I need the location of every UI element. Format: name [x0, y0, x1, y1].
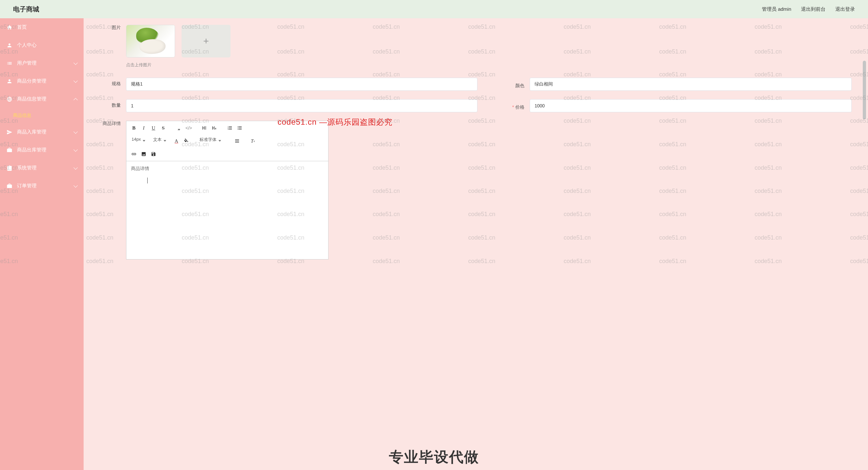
clipboard-icon — [6, 165, 12, 171]
ordered-list-button[interactable] — [226, 124, 234, 132]
fontsize-select[interactable]: 14px — [130, 137, 147, 145]
sidebar: 首页 个人中心 用户管理 商品分类管理 商品信息管理 商品信息 商品入库管理 商… — [0, 18, 84, 470]
header-right: 管理员 admin 退出到前台 退出登录 — [762, 6, 855, 12]
submenu-product: 商品信息 — [0, 108, 84, 123]
image-label: 图片 — [100, 25, 126, 31]
price-label: 价格 — [510, 101, 530, 110]
menu-system-mgmt[interactable]: 系统管理 — [0, 159, 84, 177]
product-image-thumb[interactable] — [126, 25, 175, 58]
quote-button[interactable]: „ — [175, 124, 183, 132]
header: 电子商城 管理员 admin 退出到前台 退出登录 — [0, 0, 868, 18]
menu-order-mgmt[interactable]: 订单管理 — [0, 177, 84, 195]
menu-category-mgmt[interactable]: 商品分类管理 — [0, 72, 84, 90]
menu-user-mgmt[interactable]: 用户管理 — [0, 54, 84, 72]
app-title: 电子商城 — [13, 5, 39, 14]
editor-textarea[interactable]: 商品详情 — [126, 161, 328, 259]
italic-button[interactable]: I — [140, 124, 148, 132]
header1-button[interactable] — [200, 124, 209, 132]
editor-placeholder: 商品详情 — [131, 166, 149, 171]
logout-to-front[interactable]: 退出到前台 — [801, 6, 826, 12]
send-icon — [6, 129, 12, 135]
upload-hint: 点击上传图片 — [100, 62, 852, 68]
spec-label: 规格 — [100, 78, 126, 87]
list-icon — [6, 60, 12, 66]
strike-button[interactable]: S — [159, 124, 167, 132]
main-content: 图片 + 点击上传图片 规格 颜色 — [84, 18, 868, 470]
detail-label: 商品详情 — [100, 121, 126, 127]
logout[interactable]: 退出登录 — [835, 6, 855, 12]
menu-label: 商品入库管理 — [17, 129, 46, 135]
font-color-button[interactable]: A — [172, 137, 181, 145]
menu-label: 系统管理 — [17, 165, 37, 171]
color-input[interactable] — [530, 78, 852, 91]
qty-label: 数量 — [100, 99, 126, 108]
bg-color-button[interactable] — [182, 137, 190, 145]
code-button[interactable]: </> — [185, 124, 193, 132]
user-label[interactable]: 管理员 admin — [762, 6, 791, 12]
qty-input[interactable] — [126, 99, 477, 112]
user-icon — [6, 78, 12, 84]
color-label: 颜色 — [510, 80, 530, 89]
align-button[interactable] — [233, 137, 241, 145]
unordered-list-button[interactable] — [236, 124, 244, 132]
spec-input[interactable] — [126, 78, 477, 91]
menu-home[interactable]: 首页 — [0, 18, 84, 36]
menu-product-mgmt[interactable]: 商品信息管理 — [0, 90, 84, 108]
price-input[interactable] — [530, 99, 852, 112]
underline-button[interactable]: U — [149, 124, 158, 132]
fontfamily-select[interactable]: 标准字体 — [197, 137, 222, 145]
submenu-product-info[interactable]: 商品信息 — [0, 108, 84, 123]
menu-label: 商品信息管理 — [17, 96, 46, 102]
scrollbar-thumb[interactable] — [863, 61, 866, 120]
image-button[interactable] — [140, 150, 148, 158]
header2-button[interactable] — [210, 124, 218, 132]
clear-format-button[interactable]: Tx — [249, 137, 257, 145]
briefcase-icon — [6, 183, 12, 189]
editor-toolbar: B I U S „ </> 14px — [126, 121, 328, 161]
menu-label: 首页 — [17, 24, 27, 30]
menu-label: 订单管理 — [17, 183, 37, 189]
menu-label: 用户管理 — [17, 60, 37, 66]
menu-label: 商品分类管理 — [17, 78, 46, 84]
user-icon — [6, 42, 12, 48]
menu-stock-out[interactable]: 商品出库管理 — [0, 141, 84, 159]
menu-label: 商品出库管理 — [17, 147, 46, 153]
home-icon — [6, 25, 12, 30]
menu-label: 个人中心 — [17, 42, 37, 48]
add-image-button[interactable]: + — [182, 25, 230, 58]
save-button[interactable] — [149, 150, 158, 158]
text-cursor — [147, 177, 148, 183]
menu-stock-in[interactable]: 商品入库管理 — [0, 123, 84, 141]
bold-button[interactable]: B — [130, 124, 138, 132]
box-icon — [6, 147, 12, 153]
format-select[interactable]: 文本 — [151, 137, 167, 145]
globe-icon — [6, 96, 12, 102]
plus-icon: + — [203, 36, 209, 47]
menu-personal[interactable]: 个人中心 — [0, 36, 84, 54]
rich-text-editor: B I U S „ </> 14px — [126, 121, 329, 260]
link-button[interactable] — [130, 150, 138, 158]
